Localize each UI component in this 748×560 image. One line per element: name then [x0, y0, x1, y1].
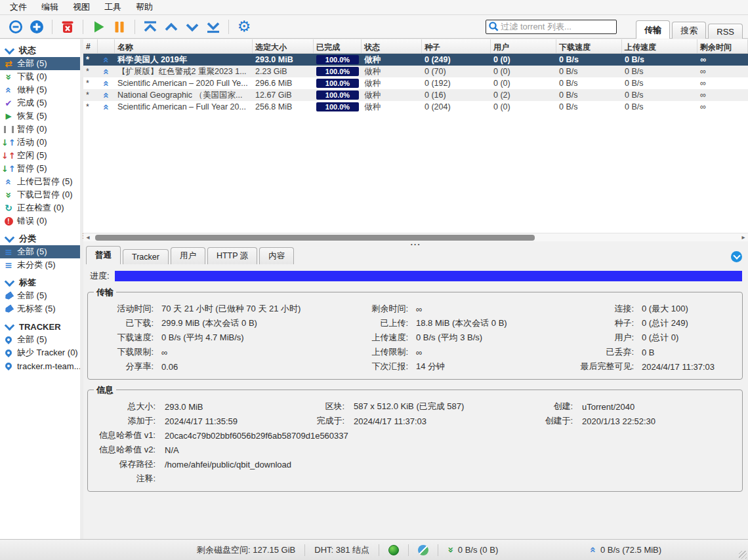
sidebar-item[interactable]: ↓↑暂停 (5) — [0, 162, 80, 175]
move-up-button[interactable] — [161, 17, 182, 37]
field-label: 下载限制: — [93, 346, 154, 358]
sidebar-item[interactable]: ⇄全部 (5) — [0, 57, 80, 70]
sidebar-item[interactable]: »做种 (5) — [0, 83, 80, 96]
scrollbar-thumb[interactable] — [95, 235, 535, 241]
connection-globe-icon[interactable] — [388, 545, 399, 555]
menu-item-3[interactable]: 工具 — [97, 0, 129, 14]
torrent-filter-input[interactable] — [499, 21, 614, 32]
global-upload-speed[interactable]: » 0 B/s (72.5 MiB) — [590, 545, 661, 555]
sidebar-item-label: 上传已暂停 (5) — [17, 176, 73, 188]
field-label: 已上传: — [337, 317, 408, 329]
panel-splitter[interactable] — [83, 241, 748, 247]
sidebar-item[interactable]: »下载 (0) — [0, 70, 80, 83]
column-header-down[interactable]: 下载速度 — [556, 39, 622, 53]
column-header-up[interactable]: 上传速度 — [622, 39, 697, 53]
field-label: 保存路径: — [93, 458, 156, 470]
speed-limits-icon[interactable] — [418, 545, 428, 555]
menu-bar: 文件编辑视图工具帮助 — [0, 0, 748, 15]
collapse-details-button[interactable] — [731, 251, 742, 262]
sidebar-item[interactable]: tracker.m-team.... — [0, 359, 80, 372]
tab-search[interactable]: 搜索 — [672, 22, 706, 39]
torrent-row[interactable]: *»Scientific American – 2020 Full Ye...2… — [83, 77, 748, 89]
chevron-down-icon — [5, 44, 15, 54]
scroll-right-icon[interactable]: ▸ — [739, 233, 748, 241]
sidebar-item[interactable]: »下载已暂停 (0) — [0, 188, 80, 201]
sidebar-item[interactable]: ✔完成 (5) — [0, 96, 80, 110]
sidebar-item[interactable]: ▶恢复 (5) — [0, 110, 80, 123]
sidebar-item-label: 全部 (5) — [17, 58, 47, 70]
details-tab-trackers[interactable]: Tracker — [123, 249, 169, 264]
sidebar-item-label: 暂停 (5) — [17, 163, 47, 174]
cell-size: 293.0 MiB — [253, 55, 314, 64]
sidebar-item[interactable]: 缺少 Tracker (0) — [0, 346, 80, 359]
section-header-categories[interactable]: 分类 — [0, 232, 80, 245]
delete-torrent-button[interactable] — [57, 17, 78, 37]
field-label: 分享率: — [93, 361, 154, 372]
sidebar-item[interactable]: ≡未分类 (5) — [0, 258, 80, 271]
field-value: 20cac4c79b02bbf6056b29f6ab58709d1e560337 — [165, 431, 737, 441]
add-torrent-file-button[interactable] — [26, 17, 47, 37]
menu-item-4[interactable]: 帮助 — [129, 0, 160, 14]
filter-sidebar: 状态⇄全部 (5)»下载 (0)»做种 (5)✔完成 (5)▶恢复 (5)暂停 … — [0, 39, 80, 539]
menu-item-1[interactable]: 编辑 — [34, 0, 66, 14]
torrent-row[interactable]: *»National Geographic （美国国家...12.67 GiB1… — [83, 89, 748, 101]
sidebar-item[interactable]: ≡全部 (5) — [0, 245, 80, 258]
resume-button[interactable] — [88, 17, 109, 37]
sidebar-item[interactable]: ↻正在检查 (0) — [0, 201, 80, 214]
move-to-bottom-button[interactable] — [203, 17, 224, 37]
info-legend: 信息 — [94, 384, 116, 396]
torrent-row[interactable]: *»Scientific American – Full Year 20...2… — [83, 101, 748, 113]
tab-transfers[interactable]: 传输 — [636, 20, 670, 39]
seeding-icon: » — [98, 67, 115, 77]
sidebar-item[interactable]: 全部 (5) — [0, 289, 80, 302]
sidebar-section-trackers: TRACKER全部 (5)缺少 Tracker (0)tracker.m-tea… — [0, 320, 80, 372]
table-header: #名称选定大小已完成状态种子用户下载速度上传速度剩余时间 — [83, 39, 748, 54]
details-tab-content[interactable]: 内容 — [259, 247, 294, 264]
sidebar-item[interactable]: 全部 (5) — [0, 333, 80, 346]
torrent-row[interactable]: *»科学美国人 2019年293.0 MiB100.0%做种0 (249)0 (… — [83, 54, 748, 66]
field-value: 2024/4/17 11:37:03 — [354, 416, 505, 426]
transfer-col3: 连接:0 (最大 100)种子:0 (总计 249)用户:0 (总计 0)已丢弃… — [568, 302, 737, 374]
column-header-status[interactable]: 状态 — [362, 39, 422, 53]
gear-icon: ⚙ — [238, 19, 251, 34]
global-download-speed[interactable]: » 0 B/s (0 B) — [447, 545, 498, 555]
sidebar-item[interactable]: »上传已暂停 (5) — [0, 175, 80, 188]
details-tab-general[interactable]: 普通 — [86, 246, 121, 264]
pause-button[interactable] — [109, 17, 130, 37]
move-down-button[interactable] — [182, 17, 203, 37]
section-header-tags[interactable]: 标签 — [0, 276, 80, 289]
options-button[interactable]: ⚙ — [234, 17, 255, 37]
torrent-row[interactable]: *»【扩展版】红色警戒2 重聚2023 1...2.23 GiB100.0%做种… — [83, 66, 748, 77]
column-header-seeds[interactable]: 种子 — [422, 39, 491, 53]
sidebar-item[interactable]: !错误 (0) — [0, 214, 80, 228]
toolbar-separator — [228, 20, 229, 34]
column-header-done[interactable]: 已完成 — [314, 39, 362, 53]
add-torrent-link-button[interactable] — [5, 17, 26, 37]
column-header-icon[interactable] — [98, 39, 115, 53]
sidebar-item[interactable]: 无标签 (5) — [0, 302, 80, 315]
menu-item-2[interactable]: 视图 — [66, 0, 97, 14]
column-header-size[interactable]: 选定大小 — [253, 39, 314, 53]
cell-up: 0 B/s — [622, 90, 697, 100]
section-header-trackers[interactable]: TRACKER — [0, 320, 80, 333]
column-header-name[interactable]: 名称 — [115, 39, 253, 53]
details-tab-http-sources[interactable]: HTTP 源 — [207, 247, 257, 264]
sidebar-item[interactable]: ↓↑活动 (0) — [0, 136, 80, 149]
resize-grip[interactable] — [739, 551, 747, 559]
column-header-peers[interactable]: 用户 — [491, 39, 556, 53]
move-to-top-button[interactable] — [140, 17, 161, 37]
sidebar-item-label: 暂停 (0) — [17, 123, 47, 135]
tab-rss[interactable]: RSS — [708, 24, 743, 39]
details-tab-peers[interactable]: 用户 — [171, 247, 205, 264]
field-label: 区块: — [292, 401, 344, 412]
menu-item-0[interactable]: 文件 — [3, 0, 34, 14]
section-header-status[interactable]: 状态 — [0, 44, 80, 57]
column-header-eta[interactable]: 剩余时间 — [697, 39, 748, 53]
scroll-left-icon[interactable]: ◂ — [83, 233, 93, 241]
sidebar-item[interactable]: ↓↑空闲 (5) — [0, 149, 80, 162]
sidebar-item-label: tracker.m-team.... — [17, 361, 80, 371]
column-header-num[interactable]: # — [83, 39, 98, 53]
sidebar-item-label: 全部 (5) — [17, 246, 47, 258]
sidebar-item[interactable]: 暂停 (0) — [0, 123, 80, 136]
field-label: 创建: — [514, 401, 573, 412]
